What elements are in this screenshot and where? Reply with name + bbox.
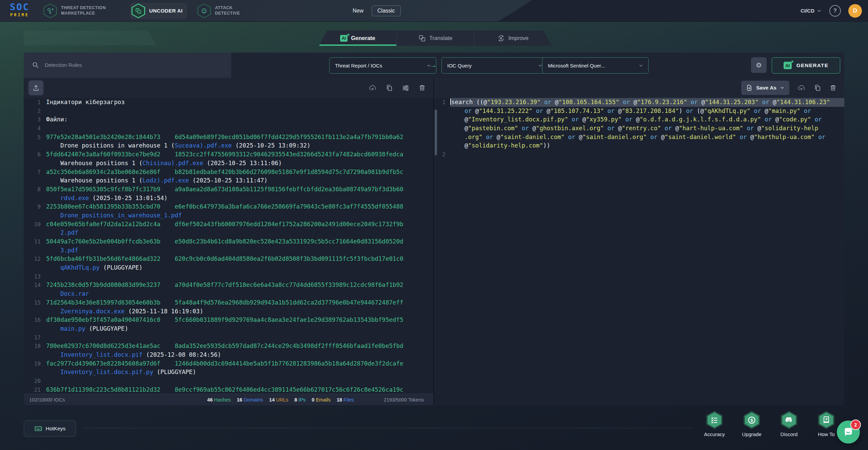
help-button[interactable]: ?	[829, 5, 841, 17]
hotkeys-button[interactable]: HotKeys	[24, 420, 76, 437]
shortcut-upgrade-label: Upgrade	[742, 431, 762, 437]
editor-row[interactable]: 19fac2977cd4390673e822845608a97d6f 1246d…	[24, 359, 433, 368]
generate-button[interactable]: AI✦ GENERATE	[772, 57, 840, 74]
editor-row[interactable]: Warehouse positions 1 (Lodz).pdf.exe (20…	[24, 176, 433, 185]
ioc-count-files[interactable]: 18 Files	[337, 397, 354, 403]
scrollbar-handle[interactable]	[435, 110, 437, 155]
editor-row[interactable]: Inventory_list.docx.pif.py (PLUGGYAPE)	[24, 368, 433, 377]
source-pane: 1Індикатори кіберзагроз23Файли:45977e52e…	[24, 78, 433, 405]
intercom-chat-button[interactable]: 2	[837, 420, 860, 444]
save-as-button[interactable]: Save As	[741, 81, 789, 95]
ioc-count-ips[interactable]: 8 IPs	[294, 397, 305, 403]
editor-row[interactable]: 10c04e059e65bfa0ef7d2da12a12bd2c4a df6ef…	[24, 220, 433, 229]
content-type-dropdown[interactable]: IOC Query	[441, 57, 548, 74]
editor-row[interactable]: Drone_positions_in_warehouse_1.pdf	[24, 211, 433, 220]
line-number: 10	[24, 220, 41, 229]
editor-row[interactable]: @"solidarity-help.com"))	[434, 141, 844, 150]
uncoder-main-panel: Threat Report / IOCs → IOC Query Microso…	[24, 53, 844, 405]
classic-mode-button[interactable]: Classic	[372, 5, 401, 16]
cloud-upload-button[interactable]	[797, 84, 806, 92]
editor-row[interactable]: main.py (PLUGGYAPE)	[24, 325, 433, 333]
editor-row[interactable]: 2.pdf	[24, 229, 433, 237]
editor-row[interactable]: 16df30dae950ebf3f457a0a490407416c0 5fc66…	[24, 316, 433, 325]
editor-row[interactable]: Drone positions in warehouse 1 (Suceava)…	[24, 141, 433, 150]
editor-row[interactable]: 2	[24, 107, 433, 116]
editor-row[interactable]: 13	[24, 272, 433, 281]
editor-row[interactable]: rdvd.exe (2025-10-25 13:01:54)	[24, 194, 433, 203]
editor-row[interactable]: 1150449a7c760e5b2be004b0ffcdb3e63b e50d8…	[24, 237, 433, 246]
user-avatar[interactable]: D	[848, 4, 862, 18]
detection-rules-search-input[interactable]	[44, 62, 195, 69]
editor-row[interactable]: 18780ee02937c6700d8d6225d3e41ae5ac 8ada3…	[24, 342, 433, 351]
editor-row[interactable]: qAKhdTLq.py (PLUGGYAPE)	[24, 263, 433, 272]
line-number: 6	[24, 150, 41, 159]
target-platform-dropdown[interactable]: Microsoft Sentinel Quer...	[542, 57, 649, 74]
line-number: 4	[24, 124, 41, 133]
new-mode-button[interactable]: New	[353, 8, 363, 14]
editor-row[interactable]: 92253b80ee67c4b581395b33b353cbd70 e6ef0b…	[24, 202, 433, 211]
settings-gear-button[interactable]: ⚙	[751, 57, 767, 73]
ioc-type-counts: 46 Hashes16 Domains14 URLs8 IPs0 Emails1…	[207, 397, 354, 403]
editor-row[interactable]: @"Inventory_list.docx.pif.py" or @"xy359…	[434, 115, 844, 124]
editor-row[interactable]: 4	[24, 124, 433, 133]
content-type-value: IOC Query	[447, 63, 472, 69]
line-number: 3	[24, 115, 41, 124]
line-number	[24, 307, 41, 316]
copy-button[interactable]	[814, 84, 821, 92]
left-editor[interactable]: 1Індикатори кіберзагроз23Файли:45977e52e…	[24, 98, 433, 394]
shortcut-upgrade[interactable]: $ Upgrade	[733, 411, 770, 437]
ioc-count-emails[interactable]: 0 Emails	[312, 397, 331, 403]
editor-row[interactable]: Warehouse positions 1 (Chisinau).pdf.exe…	[24, 159, 433, 168]
upload-file-button[interactable]	[28, 80, 43, 95]
editor-row[interactable]: @"pastebin.com" or @"ghostbin.axel.org" …	[434, 124, 844, 133]
clear-output-trash-button[interactable]	[829, 84, 837, 92]
editor-row[interactable]: 20	[24, 377, 433, 386]
socprime-logo[interactable]: SOC PRIME	[5, 2, 34, 17]
source-format-dropdown[interactable]: Threat Report / IOCs	[329, 57, 436, 74]
discord-hexagon-icon	[781, 411, 797, 429]
editor-row[interactable]: 7a52c356eb6a86934c2a3be068e26e86f b82b81…	[24, 168, 433, 177]
chevron-down-icon	[816, 8, 822, 14]
editor-row[interactable]: 125fd6bcba46ffb31be56d6fe4866ad322 620c9…	[24, 255, 433, 263]
right-editor[interactable]: 1search ((@"193.23.216.39" or @"108.165.…	[434, 98, 844, 405]
editor-row[interactable]: 5977e52e28a4501e3b2420e28c1844b73 6d54a0…	[24, 133, 433, 142]
cicd-dropdown[interactable]: CI/CD	[801, 8, 822, 14]
shortcut-accuracy[interactable]: Accuracy	[696, 411, 733, 437]
editor-row[interactable]: Docs.rar	[24, 290, 433, 298]
clear-input-trash-button[interactable]	[418, 84, 426, 92]
editor-row[interactable]: Inventory_list.docx.pif (2025-12-08 08:2…	[24, 351, 433, 359]
editor-row[interactable]: 8050f5ea17d5965305c9fcf8b7fc317b9 a9a8ae…	[24, 185, 433, 194]
editor-row[interactable]: 65fdd642407e3a8af60f0933bce7be9d2 18523c…	[24, 150, 433, 159]
rules-search-box[interactable]	[24, 53, 231, 78]
copy-button[interactable]	[386, 84, 393, 92]
cloud-upload-button[interactable]	[369, 84, 377, 92]
filters-button[interactable]	[402, 84, 410, 92]
editor-row[interactable]: 1Індикатори кіберзагроз	[24, 98, 433, 107]
nav-item-uncoder-ai[interactable]: UNCODER AI	[130, 3, 187, 19]
ioc-count-domains[interactable]: 16 Domains	[237, 397, 263, 403]
tab-translate[interactable]: Translate	[397, 31, 474, 46]
line-number: 1	[24, 98, 41, 107]
editor-row[interactable]: 1search ((@"193.23.216.39" or @"108.165.…	[434, 98, 844, 107]
editor-row[interactable]: 147245b238c0d5f3b9dd080d83d99e3237 a70d4…	[24, 281, 433, 290]
editor-row[interactable]: 17	[24, 333, 433, 342]
editor-row[interactable]: or @"144.31.25.222" or @"185.107.74.13" …	[434, 107, 844, 116]
line-number: 12	[24, 255, 41, 263]
editor-row[interactable]: Zverninya.docx.exe (2025-11-18 16:19:03)	[24, 307, 433, 316]
ioc-count-urls[interactable]: 14 URLs	[269, 397, 288, 403]
editor-row[interactable]: 3Файли:	[24, 115, 433, 124]
editor-row[interactable]: 2	[434, 150, 844, 159]
tab-improve[interactable]: Improve	[474, 31, 552, 46]
nav-item-attack-detective[interactable]: ATTACKDETECTIVE	[197, 3, 240, 19]
editor-row[interactable]: 21636b7f1d11398c223c5d8b81121b2d32 8e9cc…	[24, 386, 433, 394]
editor-row[interactable]: 3.pdf	[24, 246, 433, 255]
tab-generate[interactable]: AI✦ Generate	[319, 31, 397, 46]
editor-row[interactable]: .org" or @"saint-daniel.com" or @"saint-…	[434, 133, 844, 142]
translate-icon	[418, 35, 426, 42]
ioc-count-hashes[interactable]: 46 Hashes	[207, 397, 231, 403]
editor-row[interactable]: 1571d2564b34e36e815997d63054e60b3b 5fa48…	[24, 298, 433, 307]
nav-item-threat-detection-marketplace[interactable]: & THREAT DETECTIONMARKETPLACE	[43, 3, 106, 19]
line-number: 1	[434, 98, 446, 107]
shortcut-discord[interactable]: Discord	[770, 411, 808, 437]
line-number	[24, 229, 41, 237]
